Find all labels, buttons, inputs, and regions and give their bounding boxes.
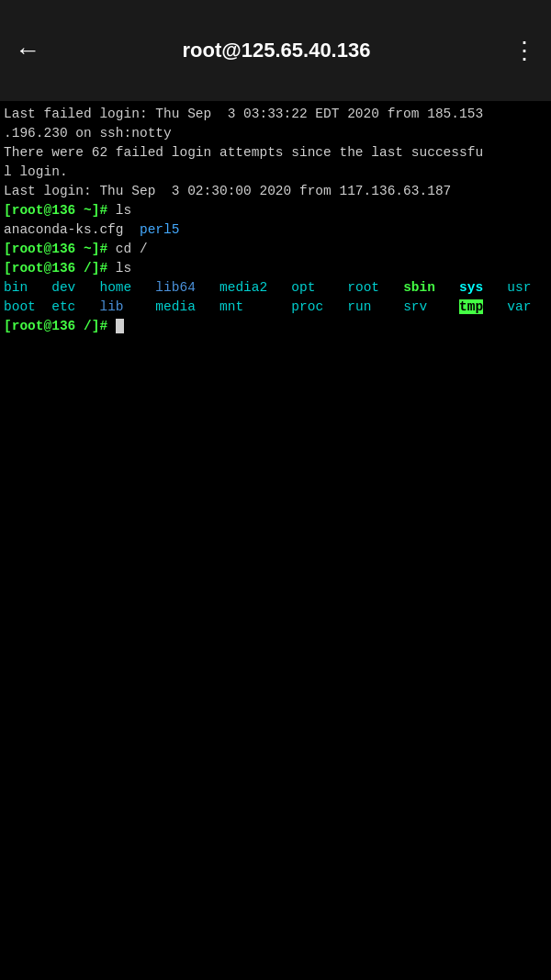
- terminal-output: Last failed login: Thu Sep 3 03:33:22 ED…: [4, 105, 547, 336]
- topbar: ← root@125.65.40.136 ⋮: [0, 0, 551, 101]
- topbar-title: root@125.65.40.136: [183, 39, 371, 62]
- back-button[interactable]: ←: [15, 36, 40, 65]
- menu-button[interactable]: ⋮: [512, 37, 536, 65]
- terminal-area[interactable]: Last failed login: Thu Sep 3 03:33:22 ED…: [0, 101, 551, 980]
